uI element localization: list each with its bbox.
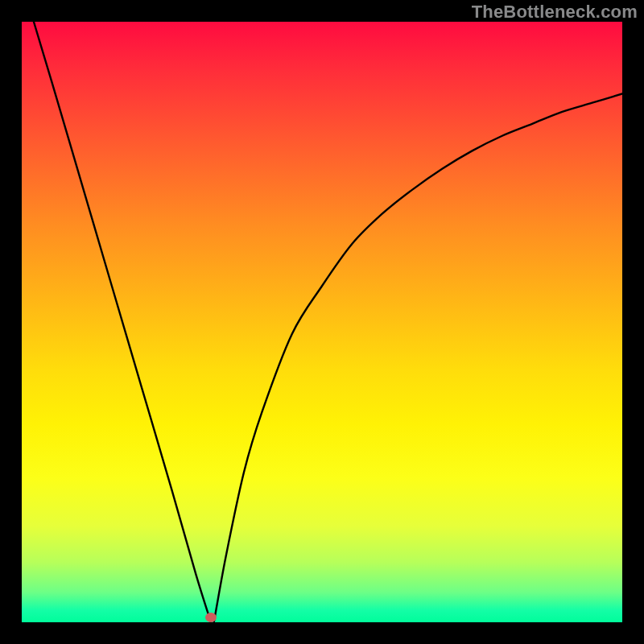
watermark-text: TheBottleneck.com (472, 2, 638, 23)
minimum-marker (205, 613, 217, 622)
chart-frame: TheBottleneck.com (0, 0, 644, 644)
bottleneck-curve (22, 22, 622, 622)
